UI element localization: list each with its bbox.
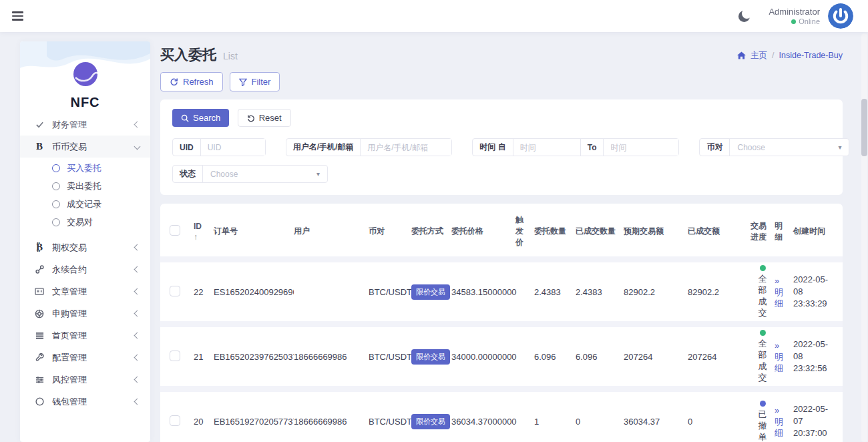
radio-circle-icon: [52, 218, 60, 226]
row-separator: [160, 321, 843, 327]
sidebar-item-subscription-management[interactable]: 申购管理: [20, 302, 150, 324]
online-dot-icon: [791, 19, 796, 24]
row-separator: [160, 386, 843, 392]
sidebar-item-perpetual-contract[interactable]: 永续合约: [20, 258, 150, 280]
bitcoin-b-icon: ₿: [32, 242, 47, 253]
chevron-left-icon: [134, 310, 141, 317]
status-dot-icon: [760, 265, 766, 271]
col-price: 委托价格: [451, 226, 515, 237]
sidebar-item-spot-trade[interactable]: B 币币交易: [20, 136, 150, 158]
col-expected: 预期交易额: [624, 226, 688, 237]
cell-order-no: ES1652024009296904: [214, 287, 294, 297]
page-title: 买入委托: [160, 45, 216, 64]
row-separator: [160, 256, 843, 262]
table-row: 20 EB1651927020577379 18666669986 BTC/US…: [160, 392, 843, 442]
refresh-button[interactable]: Refresh: [160, 72, 223, 91]
user-block[interactable]: Administrator Online: [769, 7, 820, 25]
circle-icon: [32, 397, 47, 406]
sidebar-item-finance[interactable]: 财务管理: [20, 120, 150, 136]
refresh-icon: [170, 77, 178, 86]
page-scrollbar-track[interactable]: [861, 33, 867, 442]
avatar[interactable]: [828, 3, 853, 29]
time-from-input[interactable]: [513, 139, 580, 156]
chevron-left-icon: [134, 288, 141, 295]
cell-amount: 6.096: [534, 352, 576, 362]
chevron-down-icon: [134, 144, 141, 150]
row-checkbox[interactable]: [170, 415, 180, 426]
chevron-left-icon: [134, 266, 141, 273]
sidebar-item-risk-management[interactable]: 风控管理: [20, 369, 150, 391]
filter-button[interactable]: Filter: [230, 72, 280, 91]
sidebar-item-config-management[interactable]: 配置管理: [20, 347, 150, 369]
chevron-left-icon: [134, 244, 141, 251]
col-id[interactable]: ID↑: [194, 221, 214, 242]
lines-list-icon: [32, 332, 47, 340]
select-all-checkbox[interactable]: [170, 225, 180, 236]
row-checkbox[interactable]: [170, 351, 180, 361]
cell-pair: BTC/USDT: [369, 287, 411, 297]
submenu-item-trade-records[interactable]: 成交记录: [20, 195, 150, 213]
hamburger-menu-icon[interactable]: [12, 11, 23, 20]
cell-filled-qty: 6.096: [576, 352, 624, 362]
cell-amount: 2.4383: [534, 287, 576, 297]
status-select[interactable]: Choose ▾: [203, 166, 327, 182]
sidebar-item-wallet-management[interactable]: 钱包管理: [20, 391, 150, 413]
submenu-item-buy-orders[interactable]: 买入委托: [20, 159, 150, 177]
pair-label: 币对: [700, 139, 730, 156]
cell-user: 18666669986: [294, 417, 369, 427]
breadcrumb: 主页 / Inside-Trade-Buy: [737, 50, 843, 61]
caret-down-icon: ▾: [316, 170, 320, 178]
orders-table: ID↑ 订单号 用户 币对 委托方式 委托价格 触发价 委托数量 已成交数量 预…: [160, 204, 843, 442]
cell-id: 22: [194, 287, 214, 297]
sidebar-item-article-management[interactable]: 文章管理: [20, 280, 150, 302]
sidebar-item-homepage-management[interactable]: 首页管理: [20, 324, 150, 347]
user-label: 用户名/手机/邮箱: [286, 139, 361, 156]
detail-link[interactable]: » 明细: [775, 340, 785, 374]
brand-power-icon: [828, 3, 853, 29]
submenu-item-sell-orders[interactable]: 卖出委托: [20, 177, 150, 195]
search-button[interactable]: Search: [172, 109, 229, 127]
pair-select[interactable]: Choose ▾: [730, 139, 849, 156]
col-detail: 明细: [775, 220, 785, 243]
caret-down-icon: ▾: [838, 144, 841, 151]
chevron-left-icon: [134, 377, 141, 383]
page-scrollbar-thumb[interactable]: [861, 99, 867, 156]
cell-filled-qty: 0: [576, 417, 624, 427]
page-subtitle: List: [223, 51, 238, 61]
breadcrumb-home-link[interactable]: 主页: [750, 50, 767, 61]
sidebar-menu: 财务管理 B 币币交易 买入委托 卖出委托 成交记录: [20, 120, 150, 413]
col-created: 创建时间: [793, 226, 841, 237]
col-user: 用户: [294, 226, 369, 237]
filter-funnel-icon: [239, 78, 247, 86]
cell-created: 2022-05-08 23:33:29: [793, 274, 833, 310]
uid-input[interactable]: [201, 139, 265, 156]
col-type: 委托方式: [411, 226, 451, 237]
time-to-label: To: [580, 139, 604, 156]
detail-link[interactable]: » 明细: [775, 275, 785, 309]
detail-link[interactable]: » 明细: [775, 405, 785, 439]
sidebar-item-options-trade[interactable]: ₿ 期权交易: [20, 236, 150, 258]
radio-circle-icon: [52, 182, 60, 190]
dark-mode-toggle-moon-icon[interactable]: [738, 11, 750, 22]
cell-price: 34583.15000000: [451, 287, 515, 297]
chevron-left-icon: [134, 333, 141, 339]
search-icon: [181, 114, 189, 122]
row-checkbox[interactable]: [170, 286, 180, 296]
cell-filled-amount: 82902.2: [688, 287, 750, 297]
cell-pair: BTC/USDT: [369, 417, 411, 427]
cell-price: 34000.00000000: [451, 352, 515, 362]
filter-panel: Search Reset UID 用户名/手机/邮箱 时间 自: [160, 99, 843, 195]
toolbar: Refresh Filter: [160, 72, 843, 91]
order-type-badge: 限价交易: [411, 349, 450, 365]
breadcrumb-current[interactable]: Inside-Trade-Buy: [779, 51, 843, 60]
cell-user: 18666669986: [294, 352, 369, 362]
main-content: 买入委托 List 主页 / Inside-Trade-Buy Refresh …: [160, 41, 843, 442]
user-input[interactable]: [361, 139, 451, 156]
brand-logo-icon: [73, 61, 98, 87]
sidebar-item-staking-mining[interactable]: ¥ 质押挖矿: [20, 413, 150, 413]
col-trigger: 触发价: [515, 214, 526, 248]
time-to-input[interactable]: [604, 139, 678, 156]
submenu-item-trading-pairs[interactable]: 交易对: [20, 213, 150, 231]
cell-id: 21: [194, 352, 214, 362]
reset-button[interactable]: Reset: [238, 109, 291, 127]
